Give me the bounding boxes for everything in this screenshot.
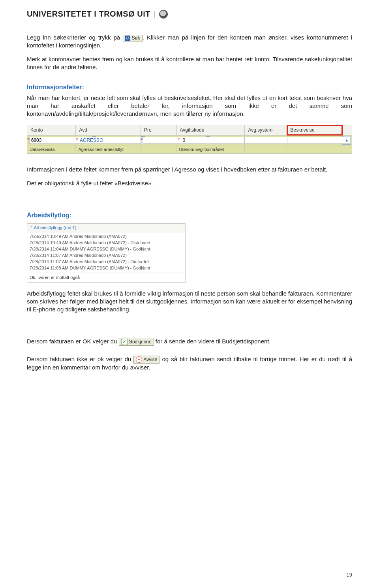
workflow-log-panel: Arbeidsflytlogg (rad 1) 7/28/2014 10:49 …	[27, 223, 186, 282]
ok-para-b: for å sende den videre til Budsjettdispo…	[156, 338, 271, 345]
reject-button-label: Avvise	[143, 357, 157, 362]
wf-entry: 7/28/2014 10:49 AM Andrés Maldonado (AMA…	[30, 234, 183, 240]
paragraph-after-grid-1: Informasjonen i dette feltet kommer frem…	[27, 166, 352, 173]
paragraph-workflow: Arbeidsflytlogg feltet skal brukes til å…	[27, 290, 352, 314]
wf-entry: 7/28/2014 11:08 AM DUMMY AGRESSO (DUMMY)…	[30, 265, 183, 271]
org-name: UNIVERSITETET I TROMSØ	[27, 9, 135, 19]
col-pro: Pro	[141, 125, 177, 135]
avgsys-desc	[245, 145, 287, 154]
wf-entry: 7/28/2014 10:49 AM Andrés Maldonado (AMA…	[30, 240, 183, 246]
workflow-log-body: 7/28/2014 10:49 AM Andrés Maldonado (AMA…	[27, 232, 185, 273]
paragraph-search-intro: Legg inn søkekriterier og trykk på Søk .…	[27, 34, 352, 50]
org-short: UiT	[137, 9, 150, 19]
seal-icon	[159, 10, 168, 19]
university-logo: UNIVERSITETET I TROMSØ UiT |	[27, 9, 352, 19]
approve-button[interactable]: ✓ Godkjenne	[119, 338, 154, 346]
col-konto: Konto	[27, 125, 76, 135]
approve-button-label: Godkjenne	[129, 339, 152, 344]
avd-desc: Agresso test arbeidsflyt	[76, 145, 141, 154]
heading-informasjonsfelter: Informasjonsfelter:	[27, 83, 352, 92]
paragraph-kontonavn: Merk at kontonavnet hentes frem og kan b…	[27, 55, 352, 72]
heading-arbeidsflytlog: Arbeidsflytlog:	[27, 211, 352, 220]
avgkode-input[interactable]	[181, 137, 245, 144]
col-beskrivelse: Beskrivelse	[287, 125, 342, 135]
col-avgiftskode: Avgiftskode	[176, 125, 245, 135]
reject-button[interactable]: – Avvise	[133, 356, 159, 364]
wf-entry: 7/28/2014 11:07 AM Andrés Maldonado (AMA…	[30, 253, 183, 259]
col-avd: Avd	[76, 125, 141, 135]
wf-entry: 7/28/2014 11:04 AM DUMMY AGRESSO (DUMMY)…	[30, 246, 183, 253]
col-scroll	[342, 125, 352, 135]
workflow-log-title[interactable]: Arbeidsflytlogg (rad 1)	[27, 224, 185, 232]
paragraph-informasjonsfelter: Når man har kontert, er neste felt som s…	[27, 94, 352, 118]
logo-divider: |	[154, 9, 156, 19]
beskrivelse-input[interactable]	[287, 137, 350, 144]
reject-icon: –	[136, 356, 142, 363]
paragraph-ok: Dersom fakturaen er OK velger du ✓ Godkj…	[27, 337, 352, 346]
ok-para-a: Dersom fakturaen er OK velger du	[27, 338, 119, 345]
search-button-label: Søk	[131, 36, 140, 40]
konto-desc: Datarekvisita	[27, 145, 76, 154]
search-icon	[125, 36, 130, 41]
workflow-comment: Ok...varen er mottatt også	[27, 273, 185, 282]
search-button[interactable]: Søk	[123, 35, 142, 41]
page-number: 19	[347, 571, 352, 579]
paragraph-after-grid-2: Det er obligatorisk å fylle ut feltet «B…	[27, 179, 352, 187]
paragraph-not-ok: Dersom fakturaen ikke er ok velger du – …	[27, 355, 352, 371]
accounting-grid: Konto Avd Pro Avgiftskode Avg.system Bes…	[27, 125, 352, 154]
pro-desc	[141, 145, 177, 154]
col-avgsystem: Avg.system	[245, 125, 287, 135]
avgkode-desc: Utenom avgiftsområdet	[176, 145, 245, 154]
para1a: Legg inn søkekriterier og trykk på	[27, 34, 123, 41]
required-marker: *	[177, 137, 181, 143]
check-icon: ✓	[121, 339, 128, 345]
avd-input[interactable]	[78, 137, 141, 144]
beskrivelse-desc	[287, 145, 342, 154]
nok-para-a: Dersom fakturaen ikke er ok velger du	[27, 356, 133, 362]
wf-entry: 7/28/2014 11:07 AM Andrés Maldonado (AMA…	[30, 259, 183, 265]
